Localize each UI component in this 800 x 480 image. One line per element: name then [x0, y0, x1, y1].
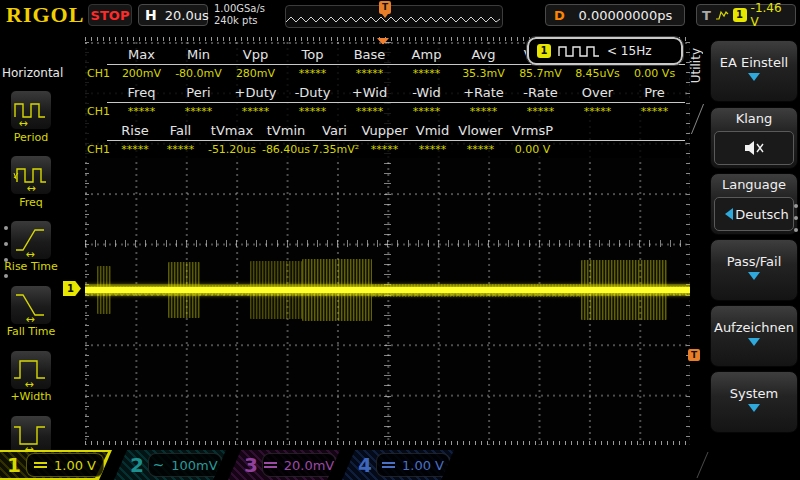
- col-header: Freq: [113, 85, 170, 100]
- measure-value: *****: [569, 105, 626, 118]
- col-header: Amp: [398, 47, 455, 62]
- measure-value: 7.35mV²: [312, 143, 357, 156]
- run-state-label: STOP: [91, 8, 130, 23]
- measure-value-row-2: CH1 ***** ***** ***** ***** ***** ***** …: [85, 103, 685, 120]
- measure-value: 85.7mV: [512, 67, 569, 80]
- menu-button-system[interactable]: System: [710, 371, 798, 433]
- channel1-number: 1: [7, 452, 21, 478]
- col-header: -Duty: [284, 85, 341, 100]
- channel2-scale: 100mV: [171, 458, 217, 473]
- waveform-preview-strip[interactable]: [285, 5, 503, 28]
- channel4-number: 4: [358, 452, 372, 478]
- measure-button-rise-time[interactable]: ↔: [10, 220, 52, 260]
- col-header: Vmid: [412, 123, 453, 138]
- delay-value: 0.00000000ps: [575, 8, 676, 23]
- measure-button-neg-width[interactable]: ↔: [10, 415, 52, 455]
- channel1-scale-box[interactable]: 1.00 V: [26, 453, 104, 477]
- channel2-scale-box[interactable]: ~ 100mV: [148, 453, 222, 477]
- trigger-position-flag[interactable]: T: [379, 1, 391, 14]
- svg-text:↔: ↔: [25, 248, 34, 259]
- measure-label-period: Period: [0, 131, 62, 144]
- language-value: Deutsch: [735, 207, 789, 222]
- channel2-tab[interactable]: 2 ~ 100mV: [114, 450, 226, 480]
- acquisition-info: 1.00GSa/s 240k pts: [214, 3, 265, 27]
- channel4-tab[interactable]: 4 1.00 V: [342, 450, 454, 480]
- run-stop-indicator[interactable]: STOP: [88, 4, 132, 26]
- ac-coupling-icon: ~: [152, 460, 164, 470]
- menu-button-language[interactable]: Language Deutsch: [710, 173, 798, 235]
- measure-label-freq: Freq: [0, 196, 62, 209]
- col-header: VrmsP: [508, 123, 557, 138]
- measure-value: *****: [341, 67, 398, 80]
- channel-status-bar: 1 1.00 V 2 ~ 100mV 3 20.0mV 4: [0, 450, 800, 480]
- svg-text:↔: ↔: [24, 378, 33, 389]
- plus-width-icon: ↔: [11, 351, 51, 389]
- col-header: Vlower: [453, 123, 508, 138]
- freq-icon: ↔: [11, 156, 51, 194]
- trigger-level-marker[interactable]: T: [688, 349, 700, 361]
- channel3-scale-box[interactable]: 20.0mV: [262, 453, 336, 477]
- preview-waveform: [286, 6, 500, 25]
- channel1-tab[interactable]: 1 1.00 V: [0, 450, 112, 480]
- measure-button-pos-width[interactable]: ↔: [10, 350, 52, 390]
- menu-button-label: System: [730, 386, 778, 401]
- d-label: D: [554, 8, 565, 23]
- channel1-offset-marker[interactable]: 1: [63, 281, 81, 296]
- col-header: +Rate: [455, 85, 512, 100]
- col-header: Peri: [170, 85, 227, 100]
- channel4-scale-box[interactable]: 1.00 V: [376, 453, 450, 477]
- menu-button-pass-fail[interactable]: Pass/Fail: [710, 239, 798, 301]
- measure-value: *****: [512, 105, 569, 118]
- delay-readout[interactable]: D 0.00000000ps: [545, 4, 685, 26]
- measure-label-fall-time: Fall Time: [0, 325, 62, 338]
- horizontal-timebase-control[interactable]: H 20.0us: [138, 4, 208, 26]
- col-header: Fall: [157, 123, 204, 138]
- fall-time-icon: ↔: [11, 286, 51, 324]
- scroll-dot: [794, 204, 798, 208]
- left-measure-sidebar: Horizontal ↔ Period ↔ Freq ↔ Rise Time: [0, 30, 62, 450]
- col-header: Vupper: [357, 123, 412, 138]
- measure-label-pos-width: +Width: [0, 390, 62, 403]
- sound-toggle[interactable]: [714, 131, 794, 165]
- measure-value: *****: [626, 105, 683, 118]
- dc-coupling-icon: [34, 462, 47, 468]
- col-header: Vpp: [227, 47, 284, 62]
- measure-button-period[interactable]: ↔: [10, 90, 52, 130]
- scroll-dot: [4, 258, 8, 262]
- trigger-readout[interactable]: T 1 -1.46 V: [696, 4, 796, 26]
- measure-button-fall-time[interactable]: ↔: [10, 285, 52, 325]
- channel-label: CH1: [85, 67, 113, 80]
- menu-button-record[interactable]: Aufzeichnen: [710, 305, 798, 367]
- channel-label: CH1: [85, 143, 113, 156]
- scroll-dot: [4, 242, 8, 246]
- menu-button-label: Aufzeichnen: [714, 320, 794, 335]
- col-header: Vari: [312, 123, 357, 138]
- menu-button-sound[interactable]: Klang: [710, 107, 798, 169]
- scroll-dot: [4, 226, 8, 230]
- chevron-down-icon: [748, 272, 760, 286]
- col-header: Base: [341, 47, 398, 62]
- chevron-down-icon: [748, 73, 760, 87]
- col-header: Rise: [113, 123, 157, 138]
- col-header: -Wid: [398, 85, 455, 100]
- col-header: Min: [170, 47, 227, 62]
- channel2-number: 2: [130, 452, 144, 478]
- channel3-scale: 20.0mV: [284, 458, 335, 473]
- left-sidebar-title: Horizontal: [2, 66, 62, 80]
- square-wave-icon: [557, 44, 601, 58]
- channel4-scale: 1.00 V: [402, 458, 444, 473]
- channel1-scale: 1.00 V: [54, 458, 96, 473]
- svg-text:↔: ↔: [26, 182, 35, 194]
- svg-text:↔: ↔: [18, 117, 27, 129]
- svg-text:↔: ↔: [25, 313, 34, 324]
- frequency-counter-popup: 1 < 15Hz: [527, 37, 683, 65]
- rise-time-icon: ↔: [11, 221, 51, 259]
- measure-value: *****: [398, 105, 455, 118]
- freq-counter-channel-badge: 1: [537, 44, 551, 58]
- menu-button-io-setting[interactable]: EA Einstell: [710, 40, 798, 102]
- language-selector[interactable]: Deutsch: [714, 197, 794, 231]
- measure-value: *****: [113, 143, 157, 156]
- measure-button-freq[interactable]: ↔: [10, 155, 52, 195]
- channel3-tab[interactable]: 3 20.0mV: [228, 450, 340, 480]
- measure-value: *****: [398, 67, 455, 80]
